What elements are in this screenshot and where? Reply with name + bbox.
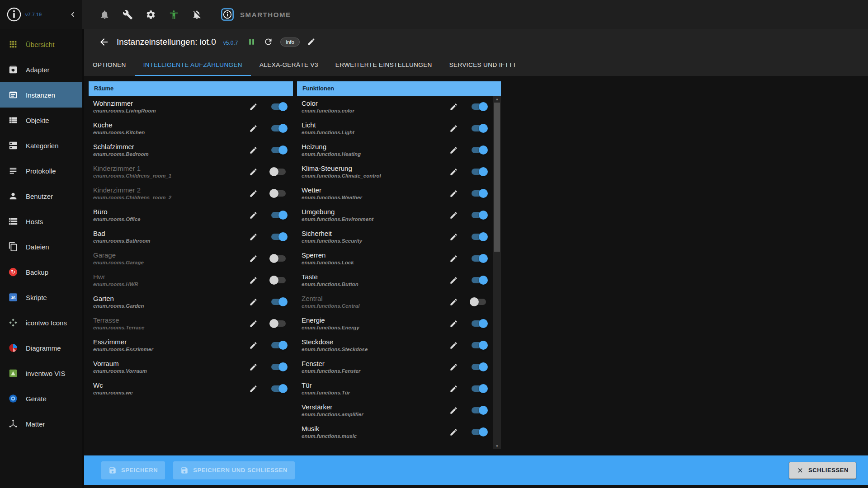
iot-adapter-icon[interactable] (220, 7, 235, 22)
edit-icon[interactable] (449, 276, 458, 285)
tab-services-und-ifttt[interactable]: SERVICES UND IFTTT (441, 55, 525, 76)
edit-icon[interactable] (449, 363, 458, 371)
edit-icon[interactable] (449, 254, 458, 263)
edit-icon[interactable] (449, 124, 458, 133)
sidebar-item-bersicht[interactable]: Übersicht (0, 32, 82, 57)
enum-toggle[interactable] (470, 102, 488, 112)
enum-toggle[interactable] (470, 297, 488, 307)
tab-optionen[interactable]: OPTIONEN (84, 55, 135, 76)
enum-toggle[interactable] (269, 384, 288, 394)
wrench-icon[interactable] (123, 9, 133, 20)
edit-icon[interactable] (249, 385, 258, 393)
enum-toggle[interactable] (269, 232, 288, 242)
edit-instance-icon[interactable] (307, 38, 316, 46)
tab-erweiterte-einstellungen[interactable]: ERWEITERTE EINSTELLUNGEN (327, 55, 441, 76)
edit-icon[interactable] (249, 146, 258, 155)
enum-toggle[interactable] (470, 427, 488, 437)
edit-icon[interactable] (249, 168, 258, 176)
close-button[interactable]: SCHLIESSEN (789, 462, 856, 479)
sidebar-item-adapter[interactable]: Adapter (0, 57, 82, 82)
edit-icon[interactable] (249, 254, 258, 263)
edit-icon[interactable] (449, 211, 458, 220)
enum-toggle[interactable] (470, 362, 488, 372)
scroll-down-arrow-icon[interactable]: ▼ (493, 443, 501, 449)
sidebar-item-icontwo-icons[interactable]: icontwo Icons (0, 310, 82, 335)
edit-icon[interactable] (249, 363, 258, 371)
gear-icon[interactable] (146, 9, 156, 20)
sidebar-item-objekte[interactable]: Objekte (0, 108, 82, 133)
enum-name: Kinderzimmer 2 (93, 186, 249, 194)
collapse-sidebar-button[interactable] (68, 9, 78, 19)
sidebar-item-kategorien[interactable]: Kategorien (0, 133, 82, 158)
sidebar-item-protokolle[interactable]: Protokolle (0, 158, 82, 183)
scroll-up-arrow-icon[interactable]: ▲ (493, 96, 501, 102)
enum-toggle[interactable] (269, 319, 288, 328)
back-button[interactable] (99, 37, 109, 47)
enum-toggle[interactable] (269, 297, 288, 307)
enum-toggle[interactable] (470, 275, 488, 285)
edit-icon[interactable] (449, 168, 458, 176)
enum-toggle[interactable] (470, 188, 488, 198)
edit-icon[interactable] (449, 298, 458, 306)
edit-icon[interactable] (449, 385, 458, 393)
enum-toggle[interactable] (470, 384, 488, 394)
enum-toggle[interactable] (470, 319, 488, 328)
save-and-close-button[interactable]: SPEICHERN UND SCHLIESSEN (173, 461, 295, 479)
edit-icon[interactable] (249, 124, 258, 133)
scrollbar-thumb[interactable] (494, 103, 500, 252)
sidebar-item-skripte[interactable]: JS Skripte (0, 285, 82, 310)
enum-toggle[interactable] (470, 210, 488, 220)
edit-icon[interactable] (249, 319, 258, 328)
functions-scrollbar[interactable]: ▲ ▼ (493, 96, 501, 449)
enum-toggle[interactable] (269, 188, 288, 198)
edit-icon[interactable] (249, 189, 258, 198)
enum-toggle[interactable] (269, 362, 288, 372)
edit-icon[interactable] (249, 211, 258, 220)
edit-icon[interactable] (249, 276, 258, 285)
sidebar-item-matter[interactable]: Matter (0, 411, 82, 436)
enum-toggle[interactable] (470, 405, 488, 415)
tab-intelligente-aufz-hlungen[interactable]: INTELLIGENTE AUFZÄHLUNGEN (135, 55, 251, 76)
save-button[interactable]: SPEICHERN (101, 461, 165, 479)
edit-icon[interactable] (449, 428, 458, 436)
tab-alexa-ger-te-v3[interactable]: ALEXA-GERÄTE V3 (251, 55, 327, 76)
enum-toggle[interactable] (470, 253, 488, 263)
enum-toggle[interactable] (470, 145, 488, 155)
enum-toggle[interactable] (269, 123, 288, 133)
edit-icon[interactable] (249, 103, 258, 111)
enum-toggle[interactable] (269, 275, 288, 285)
notifications-off-icon[interactable] (192, 9, 202, 20)
sidebar-item-hosts[interactable]: Hosts (0, 209, 82, 234)
sidebar-item-dateien[interactable]: Dateien (0, 234, 82, 259)
pause-instance-button[interactable] (247, 37, 256, 47)
edit-icon[interactable] (449, 406, 458, 415)
sidebar-item-backup[interactable]: ↻ Backup (0, 259, 82, 285)
sidebar-item-ger-te[interactable]: Geräte (0, 386, 82, 411)
sidebar-item-inventwo-vis[interactable]: inventwo VIS (0, 361, 82, 386)
sidebar-item-diagramme[interactable]: Diagramme (0, 335, 82, 361)
edit-icon[interactable] (249, 341, 258, 350)
edit-icon[interactable] (249, 298, 258, 306)
edit-icon[interactable] (449, 146, 458, 155)
edit-icon[interactable] (449, 319, 458, 328)
enum-toggle[interactable] (470, 123, 488, 133)
sidebar-item-benutzer[interactable]: Benutzer (0, 183, 82, 209)
enum-toggle[interactable] (269, 145, 288, 155)
edit-icon[interactable] (449, 189, 458, 198)
edit-icon[interactable] (449, 103, 458, 111)
enum-toggle[interactable] (269, 102, 288, 112)
enum-toggle[interactable] (269, 340, 288, 350)
enum-toggle[interactable] (269, 167, 288, 177)
enum-toggle[interactable] (470, 340, 488, 350)
edit-icon[interactable] (249, 233, 258, 241)
enum-toggle[interactable] (470, 167, 488, 177)
accessibility-icon[interactable] (169, 9, 179, 20)
sidebar-item-instanzen[interactable]: Instanzen (0, 82, 82, 108)
enum-toggle[interactable] (470, 232, 488, 242)
enum-toggle[interactable] (269, 253, 288, 263)
bell-icon[interactable] (99, 9, 110, 20)
edit-icon[interactable] (449, 341, 458, 350)
enum-toggle[interactable] (269, 210, 288, 220)
refresh-button[interactable] (264, 37, 273, 47)
edit-icon[interactable] (449, 233, 458, 241)
